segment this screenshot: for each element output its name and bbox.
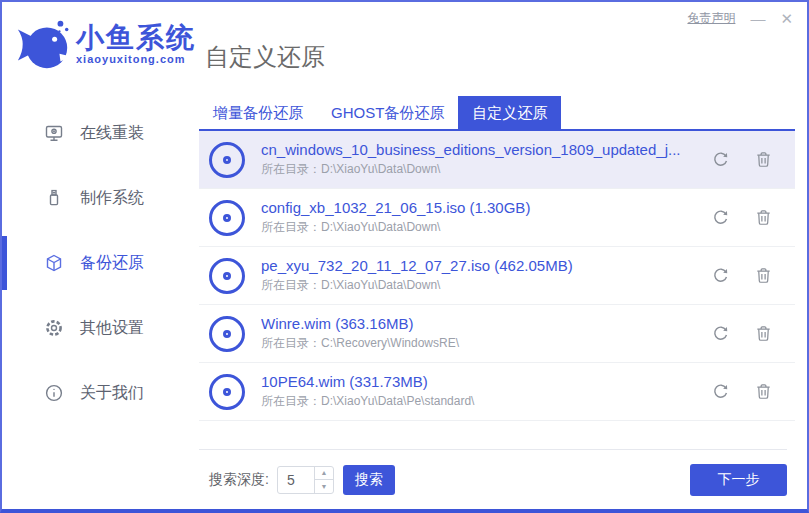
- stepper-down-icon[interactable]: ▼: [315, 479, 333, 493]
- disclaimer-link[interactable]: 免责声明: [687, 10, 735, 27]
- file-path: 所在目录：C:\Recovery\WindowsRE\: [261, 335, 711, 352]
- sidebar-item-about-us[interactable]: 关于我们: [2, 366, 187, 420]
- sidebar-item-label: 备份还原: [80, 253, 144, 274]
- disc-icon: [209, 258, 245, 294]
- main-content: 增量备份还原 GHOST备份还原 自定义还原 cn_windows_10_bus…: [187, 90, 807, 509]
- sidebar-item-label: 关于我们: [80, 383, 144, 404]
- search-button[interactable]: 搜索: [343, 465, 395, 495]
- file-path: 所在目录：D:\XiaoYu\Data\Pe\standard\: [261, 393, 711, 410]
- refresh-icon[interactable]: [711, 150, 730, 169]
- tab-custom-restore[interactable]: 自定义还原: [458, 96, 561, 129]
- search-depth-stepper[interactable]: 5 ▲ ▼: [277, 466, 334, 494]
- file-row[interactable]: config_xb_1032_21_06_15.iso (1.30GB) 所在目…: [199, 189, 795, 247]
- logo-text: 小鱼系统 xiaoyuxitong.com: [76, 23, 196, 65]
- trash-icon[interactable]: [754, 382, 773, 401]
- sidebar-item-other-settings[interactable]: 其他设置: [2, 301, 187, 355]
- minimize-button[interactable]: —: [750, 11, 765, 27]
- tab-bar: 增量备份还原 GHOST备份还原 自定义还原: [199, 96, 795, 131]
- sidebar-item-make-system[interactable]: 制作系统: [2, 171, 187, 225]
- trash-icon[interactable]: [754, 208, 773, 227]
- refresh-icon[interactable]: [711, 382, 730, 401]
- file-row[interactable]: pe_xyu_732_20_11_12_07_27.iso (462.05MB)…: [199, 247, 795, 305]
- tab-incremental-backup-restore[interactable]: 增量备份还原: [199, 96, 317, 129]
- sidebar-item-label: 制作系统: [80, 188, 144, 209]
- refresh-icon[interactable]: [711, 266, 730, 285]
- file-name: cn_windows_10_business_editions_version_…: [261, 141, 711, 158]
- stepper-up-icon[interactable]: ▲: [315, 467, 333, 480]
- sidebar-item-label: 在线重装: [80, 123, 144, 144]
- disc-icon: [209, 316, 245, 352]
- file-path: 所在目录：D:\XiaoYu\Data\Down\: [261, 277, 711, 294]
- file-name: Winre.wim (363.16MB): [261, 315, 711, 332]
- fish-logo-icon: [15, 16, 73, 76]
- trash-icon[interactable]: [754, 150, 773, 169]
- titlebar-controls: 免责声明 — ✕: [687, 10, 793, 27]
- page-title: 自定义还原: [205, 41, 325, 73]
- monitor-icon: [44, 123, 64, 143]
- file-path: 所在目录：D:\XiaoYu\Data\Down\: [261, 219, 711, 236]
- footer-bar: 搜索深度: 5 ▲ ▼ 搜索 下一步: [199, 449, 787, 509]
- sidebar: 在线重装 制作系统 备份还原: [2, 90, 187, 509]
- file-row[interactable]: cn_windows_10_business_editions_version_…: [199, 131, 795, 189]
- tab-ghost-backup-restore[interactable]: GHOST备份还原: [317, 96, 458, 129]
- usb-icon: [44, 188, 64, 208]
- next-step-button[interactable]: 下一步: [690, 464, 787, 496]
- disc-icon: [209, 200, 245, 236]
- file-path: 所在目录：D:\XiaoYu\Data\Down\: [261, 161, 711, 178]
- sidebar-item-online-reinstall[interactable]: 在线重装: [2, 106, 187, 160]
- logo-subtitle: xiaoyuxitong.com: [76, 53, 196, 65]
- trash-icon[interactable]: [754, 324, 773, 343]
- file-row[interactable]: 10PE64.wim (331.73MB) 所在目录：D:\XiaoYu\Dat…: [199, 363, 795, 421]
- file-name: 10PE64.wim (331.73MB): [261, 373, 711, 390]
- header: 小鱼系统 xiaoyuxitong.com 自定义还原 免责声明 — ✕: [2, 2, 807, 90]
- sidebar-item-backup-restore[interactable]: 备份还原: [2, 236, 187, 290]
- file-name: config_xb_1032_21_06_15.iso (1.30GB): [261, 199, 711, 216]
- backup-box-icon: [44, 253, 64, 273]
- disc-icon: [209, 374, 245, 410]
- search-depth-value[interactable]: 5: [278, 467, 314, 493]
- active-indicator-bar: [2, 236, 7, 290]
- logo-title: 小鱼系统: [76, 23, 196, 53]
- gear-icon: [44, 318, 64, 338]
- sidebar-item-label: 其他设置: [80, 318, 144, 339]
- info-icon: [44, 383, 64, 403]
- file-name: pe_xyu_732_20_11_12_07_27.iso (462.05MB): [261, 257, 711, 274]
- file-list: cn_windows_10_business_editions_version_…: [199, 131, 795, 421]
- search-depth-label: 搜索深度:: [209, 471, 269, 489]
- refresh-icon[interactable]: [711, 208, 730, 227]
- disc-icon: [209, 142, 245, 178]
- file-row[interactable]: Winre.wim (363.16MB) 所在目录：C:\Recovery\Wi…: [199, 305, 795, 363]
- refresh-icon[interactable]: [711, 324, 730, 343]
- app-window: 小鱼系统 xiaoyuxitong.com 自定义还原 免责声明 — ✕ 在线重…: [0, 0, 809, 513]
- trash-icon[interactable]: [754, 266, 773, 285]
- close-button[interactable]: ✕: [780, 11, 793, 27]
